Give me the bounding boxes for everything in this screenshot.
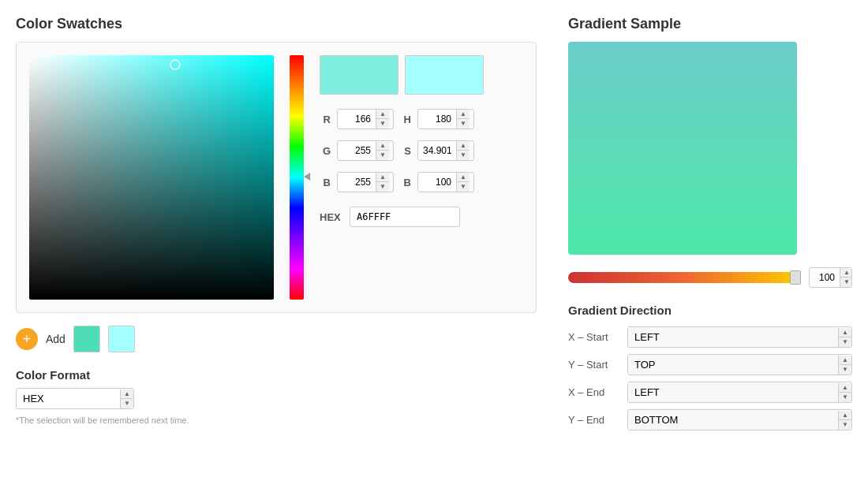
direction-row-ystart: Y – Start TOPCENTERBOTTOM ▲ ▼ bbox=[568, 354, 852, 375]
color-format-section: Color Format HEX RGB HSL ▲ ▼ *The select… bbox=[16, 368, 537, 425]
g-input[interactable] bbox=[338, 142, 376, 159]
s-input-wrap: ▲ ▼ bbox=[417, 140, 474, 161]
ystart-spin: ▲ ▼ bbox=[838, 356, 851, 375]
h-label: H bbox=[400, 114, 411, 125]
opacity-spin-buttons: ▲ ▼ bbox=[840, 268, 852, 287]
b-up[interactable]: ▲ bbox=[376, 173, 389, 182]
h-spin: ▲ ▼ bbox=[456, 110, 470, 129]
s-input[interactable] bbox=[418, 142, 456, 159]
color-preview-current[interactable] bbox=[320, 55, 398, 95]
swatch-2[interactable] bbox=[108, 326, 135, 352]
format-select[interactable]: HEX RGB HSL bbox=[17, 389, 120, 408]
gradient-direction: Gradient Direction X – Start LEFTCENTERR… bbox=[568, 304, 852, 430]
format-select-wrap: HEX RGB HSL ▲ ▼ bbox=[16, 388, 134, 409]
gradient-sample-box bbox=[568, 42, 797, 255]
g-input-wrap: ▲ ▼ bbox=[337, 140, 394, 161]
xend-select-wrap: LEFTCENTERRIGHT ▲ ▼ bbox=[627, 382, 852, 403]
xstart-spin: ▲ ▼ bbox=[838, 328, 851, 347]
ystart-up[interactable]: ▲ bbox=[839, 356, 851, 365]
xend-select[interactable]: LEFTCENTERRIGHT bbox=[628, 382, 838, 402]
h-up[interactable]: ▲ bbox=[457, 110, 470, 119]
xstart-up[interactable]: ▲ bbox=[839, 328, 851, 337]
gradient-direction-title: Gradient Direction bbox=[568, 304, 852, 317]
hex-input[interactable] bbox=[350, 207, 460, 227]
direction-row-xstart: X – Start LEFTCENTERRIGHT ▲ ▼ bbox=[568, 326, 852, 348]
b-input-wrap: ▲ ▼ bbox=[337, 172, 394, 192]
format-note: *The selection will be remembered next t… bbox=[16, 416, 537, 425]
yend-up[interactable]: ▲ bbox=[839, 411, 851, 420]
opacity-row: ▲ ▼ bbox=[568, 267, 852, 288]
color-preview-row bbox=[320, 55, 523, 95]
h-input[interactable] bbox=[418, 110, 456, 128]
xend-label: X – End bbox=[568, 386, 619, 398]
b-hsb-input[interactable] bbox=[418, 173, 456, 191]
b-hsb-input-wrap: ▲ ▼ bbox=[417, 172, 474, 192]
add-label: Add bbox=[46, 333, 65, 345]
rgb-g-row: G ▲ ▼ S ▲ ▼ bbox=[320, 140, 523, 161]
yend-down[interactable]: ▼ bbox=[839, 420, 851, 430]
xstart-down[interactable]: ▼ bbox=[839, 337, 851, 347]
r-label: R bbox=[320, 114, 331, 125]
b-hsb-up[interactable]: ▲ bbox=[457, 173, 470, 182]
xend-spin: ▲ ▼ bbox=[838, 383, 851, 402]
ystart-down[interactable]: ▼ bbox=[839, 365, 851, 375]
s-down[interactable]: ▼ bbox=[457, 151, 470, 160]
yend-select-wrap: TOPCENTERBOTTOM ▲ ▼ bbox=[627, 409, 852, 430]
color-preview-new[interactable] bbox=[405, 55, 484, 95]
rgb-b-row: B ▲ ▼ B ▲ ▼ bbox=[320, 172, 523, 192]
b-hsb-spin: ▲ ▼ bbox=[456, 173, 470, 192]
xend-down[interactable]: ▼ bbox=[839, 393, 851, 402]
hue-canvas[interactable] bbox=[290, 55, 304, 300]
h-input-wrap: ▲ ▼ bbox=[417, 109, 474, 129]
color-canvas[interactable] bbox=[29, 55, 274, 300]
b-hsb-down[interactable]: ▼ bbox=[457, 182, 470, 192]
opacity-input-wrap: ▲ ▼ bbox=[809, 267, 852, 288]
b-input[interactable] bbox=[338, 173, 376, 191]
color-format-title: Color Format bbox=[16, 368, 537, 382]
xstart-select[interactable]: LEFTCENTERRIGHT bbox=[628, 327, 838, 347]
b-hsb-label: B bbox=[400, 177, 411, 188]
gradient-sample-title: Gradient Sample bbox=[568, 16, 852, 32]
controls-right: R ▲ ▼ H ▲ ▼ bbox=[320, 55, 523, 300]
xstart-select-wrap: LEFTCENTERRIGHT ▲ ▼ bbox=[627, 326, 852, 348]
b-rgb-label: B bbox=[320, 177, 331, 188]
format-down[interactable]: ▼ bbox=[121, 399, 133, 408]
ystart-select-wrap: TOPCENTERBOTTOM ▲ ▼ bbox=[627, 354, 852, 375]
r-spin: ▲ ▼ bbox=[376, 110, 389, 129]
add-button[interactable]: + bbox=[16, 328, 38, 350]
s-label: S bbox=[400, 145, 411, 157]
hue-arrow bbox=[304, 173, 310, 181]
direction-row-xend: X – End LEFTCENTERRIGHT ▲ ▼ bbox=[568, 382, 852, 403]
format-spin-buttons: ▲ ▼ bbox=[120, 389, 133, 408]
yend-label: Y – End bbox=[568, 414, 619, 426]
b-down[interactable]: ▼ bbox=[376, 182, 389, 192]
xend-up[interactable]: ▲ bbox=[839, 383, 851, 393]
swatch-1[interactable] bbox=[73, 326, 100, 352]
yend-spin: ▲ ▼ bbox=[838, 411, 851, 430]
g-up[interactable]: ▲ bbox=[376, 141, 389, 151]
g-spin: ▲ ▼ bbox=[376, 141, 389, 160]
rgb-r-row: R ▲ ▼ H ▲ ▼ bbox=[320, 109, 523, 129]
r-up[interactable]: ▲ bbox=[376, 110, 389, 119]
color-canvas-wrapper bbox=[29, 55, 274, 300]
opacity-down[interactable]: ▼ bbox=[840, 278, 852, 287]
s-spin: ▲ ▼ bbox=[456, 141, 470, 160]
opacity-input[interactable] bbox=[810, 269, 840, 286]
r-input[interactable] bbox=[338, 110, 376, 128]
yend-select[interactable]: TOPCENTERBOTTOM bbox=[628, 410, 838, 430]
ystart-select[interactable]: TOPCENTERBOTTOM bbox=[628, 355, 838, 375]
r-down[interactable]: ▼ bbox=[376, 119, 389, 129]
add-row: + Add bbox=[16, 326, 537, 352]
b-spin: ▲ ▼ bbox=[376, 173, 389, 192]
g-down[interactable]: ▼ bbox=[376, 151, 389, 160]
ystart-label: Y – Start bbox=[568, 359, 619, 371]
hue-slider-wrapper bbox=[290, 55, 304, 300]
opacity-up[interactable]: ▲ bbox=[840, 268, 852, 278]
g-label: G bbox=[320, 145, 331, 157]
format-up[interactable]: ▲ bbox=[121, 389, 133, 399]
h-down[interactable]: ▼ bbox=[457, 119, 470, 129]
hex-row: HEX bbox=[320, 207, 523, 227]
s-up[interactable]: ▲ bbox=[457, 141, 470, 151]
color-swatches-title: Color Swatches bbox=[16, 16, 537, 32]
opacity-slider[interactable] bbox=[568, 272, 801, 283]
